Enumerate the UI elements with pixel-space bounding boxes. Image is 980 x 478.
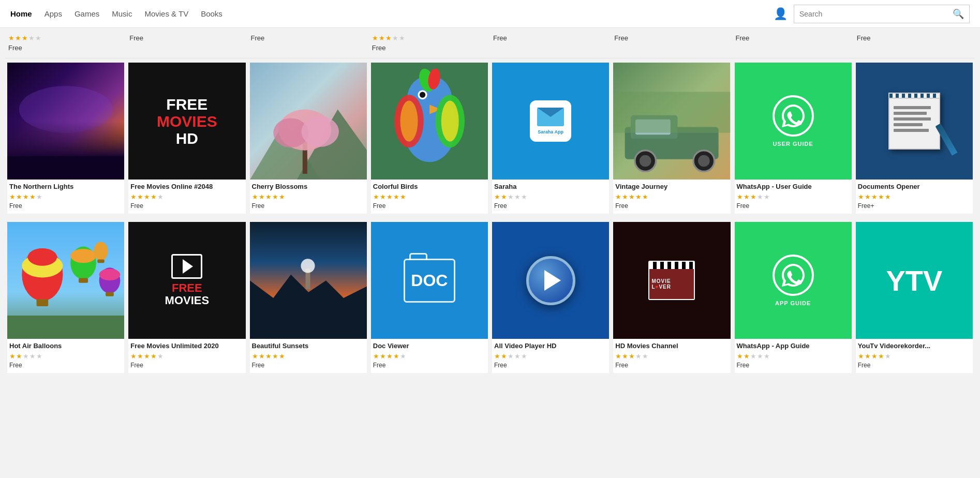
app-name: WhatsApp - User Guide xyxy=(737,183,850,191)
app-price: Free xyxy=(252,202,365,210)
svg-point-18 xyxy=(400,101,418,142)
app-card-documents-opener[interactable]: Documents Opener ★★★★★ Free+ xyxy=(856,63,973,214)
svg-point-41 xyxy=(99,269,121,281)
app-price: Free xyxy=(130,362,243,369)
thumb-cherry-blossoms xyxy=(250,63,367,180)
app-price: Free xyxy=(615,362,728,369)
svg-rect-44 xyxy=(97,260,105,263)
app-card-cherry-blossoms[interactable]: Cherry Blossoms ★★★★★ Free xyxy=(250,63,367,214)
strip-item: Free xyxy=(490,32,611,54)
app-info-beautiful-sunsets: Beautiful Sunsets ★★★★★ Free xyxy=(250,339,367,373)
app-info-whatsapp-user-guide: WhatsApp - User Guide ★★★★★ Free xyxy=(735,180,852,214)
strip-item: Free xyxy=(854,32,975,54)
app-card-doc-viewer[interactable]: DOC Doc Viewer ★★★★★ Free xyxy=(371,222,488,373)
svg-rect-2 xyxy=(7,156,124,180)
search-button[interactable]: 🔍 xyxy=(947,8,969,20)
doc-label: DOC xyxy=(411,271,448,290)
svg-rect-42 xyxy=(106,292,114,296)
app-stars: ★★★★★ xyxy=(858,193,971,201)
app-name: Colorful Birds xyxy=(373,183,486,191)
svg-point-50 xyxy=(301,259,315,273)
app-stars: ★★★★★ xyxy=(494,193,607,201)
thumb-free-movies-unlimited: FREE MOVIES xyxy=(128,222,245,339)
svg-point-35 xyxy=(28,248,57,266)
thumb-free-movies-hd: FREE MOVIES HD xyxy=(128,63,245,180)
nav-books[interactable]: Books xyxy=(201,7,222,20)
app-name: WhatsApp - App Guide xyxy=(737,342,850,351)
label-movies: MOVIES xyxy=(157,113,217,130)
nav-games[interactable]: Games xyxy=(75,7,99,20)
app-card-colorful-birds[interactable]: Colorful Birds ★★★★★ Free xyxy=(371,63,488,214)
app-card-free-movies-unlimited[interactable]: FREE MOVIES Free Movies Unlimited 2020 ★… xyxy=(128,222,245,373)
search-input[interactable] xyxy=(794,10,947,18)
nav: Home Apps Games Music Movies & TV Books xyxy=(10,7,774,20)
thumb-northern-lights xyxy=(7,63,124,180)
whatsapp-circle xyxy=(773,255,814,296)
app-name: Doc Viewer xyxy=(373,342,486,351)
app-card-northern-lights[interactable]: The Northern Lights ★★★★★ Free xyxy=(7,63,124,214)
app-price: Free xyxy=(858,362,971,369)
app-price: Free xyxy=(252,362,365,369)
app-stars: ★★★★★ xyxy=(858,352,971,360)
play-button xyxy=(526,256,575,305)
strip-item: Free xyxy=(733,32,854,54)
nav-movies-tv[interactable]: Movies & TV xyxy=(144,7,188,20)
svg-point-1 xyxy=(19,86,113,133)
app-name: Free Movies Online #2048 xyxy=(130,183,243,191)
app-card-youtv[interactable]: YTV YouTv Videorekorder... ★★★★★ Free xyxy=(856,222,973,373)
label-hd: HD xyxy=(176,130,198,147)
app-info-vintage-journey: Vintage Journey ★★★★★ Free xyxy=(613,180,730,214)
app-info-colorful-birds: Colorful Birds ★★★★★ Free xyxy=(371,180,488,214)
app-price: Free xyxy=(737,202,850,210)
app-price: Free xyxy=(9,202,122,210)
app-stars: ★★★★★ xyxy=(252,193,365,201)
nav-home[interactable]: Home xyxy=(10,7,32,20)
app-name: Saraha xyxy=(494,183,607,191)
app-guide-label: APP GUIDE xyxy=(775,300,811,306)
label-free: FREE xyxy=(165,282,210,294)
strip-item: ★★★★★ Free xyxy=(369,32,490,54)
saraha-label: Saraha App xyxy=(538,129,563,135)
app-name: Vintage Journey xyxy=(615,183,728,191)
app-name: The Northern Lights xyxy=(9,183,122,191)
app-info-northern-lights: The Northern Lights ★★★★★ Free xyxy=(7,180,124,214)
app-card-free-movies-hd[interactable]: FREE MOVIES HD Free Movies Online #2048 … xyxy=(128,63,245,214)
app-name: Documents Opener xyxy=(858,183,971,191)
thumb-doc-viewer: DOC xyxy=(371,222,488,339)
svg-rect-32 xyxy=(7,316,124,339)
app-stars: ★★★★★ xyxy=(737,352,850,360)
app-price: Free xyxy=(373,202,486,210)
thumb-colorful-birds xyxy=(371,63,488,180)
account-icon[interactable]: 👤 xyxy=(774,7,788,21)
app-name: Hot Air Balloons xyxy=(9,342,122,351)
thumb-documents-opener xyxy=(856,63,973,180)
thumb-whatsapp-app-guide: APP GUIDE xyxy=(735,222,852,339)
svg-rect-30 xyxy=(613,92,730,133)
svg-rect-36 xyxy=(37,299,49,306)
thumb-hot-air-balloons xyxy=(7,222,124,339)
app-card-saraha[interactable]: Saraha App Saraha ★★★★★ Free xyxy=(492,63,609,214)
app-info-hd-movies-channel: HD Movies Channel ★★★★★ Free xyxy=(613,339,730,373)
app-card-hd-movies-channel[interactable]: MOVIE L♥VER HD Movies Channel ★★★★★ Free xyxy=(613,222,730,373)
thumb-all-video-player xyxy=(492,222,609,339)
label-movies: MOVIES xyxy=(165,294,210,307)
app-card-beautiful-sunsets[interactable]: Beautiful Sunsets ★★★★★ Free xyxy=(250,222,367,373)
app-stars: ★★★★★ xyxy=(130,352,243,360)
app-card-hot-air-balloons[interactable]: Hot Air Balloons ★★★★★ Free xyxy=(7,222,124,373)
strip-item: Free xyxy=(126,32,247,54)
app-info-documents-opener: Documents Opener ★★★★★ Free+ xyxy=(856,180,973,214)
app-info-youtv: YouTv Videorekorder... ★★★★★ Free xyxy=(856,339,973,373)
app-card-whatsapp-user-guide[interactable]: USER GUIDE WhatsApp - User Guide ★★★★★ F… xyxy=(735,63,852,214)
strip-item: Free xyxy=(611,32,732,54)
app-stars: ★★★★★ xyxy=(9,193,122,201)
svg-point-15 xyxy=(420,92,425,98)
nav-apps[interactable]: Apps xyxy=(44,7,62,20)
app-card-all-video-player[interactable]: All Video Player HD ★★★★★ Free xyxy=(492,222,609,373)
strip-item: ★★★★★ Free xyxy=(5,32,126,54)
nav-music[interactable]: Music xyxy=(112,7,132,20)
app-stars: ★★★★★ xyxy=(9,352,122,360)
svg-point-19 xyxy=(441,101,459,142)
app-name: All Video Player HD xyxy=(494,342,607,351)
app-card-vintage-journey[interactable]: Vintage Journey ★★★★★ Free xyxy=(613,63,730,214)
app-card-whatsapp-app-guide[interactable]: APP GUIDE WhatsApp - App Guide ★★★★★ Fre… xyxy=(735,222,852,373)
